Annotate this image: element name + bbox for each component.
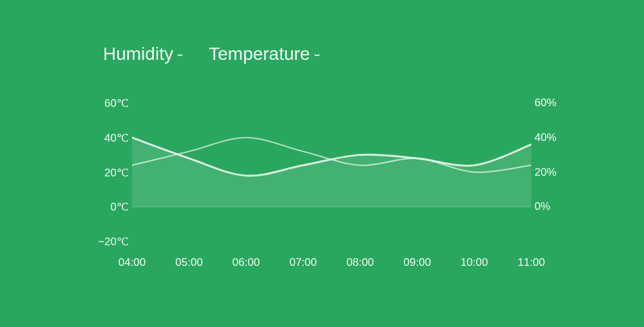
legend-temperature: Temperature - [209,44,320,64]
legend-humidity-value: - [177,44,183,64]
y-tick-left: −20℃ [98,235,129,248]
legend-temperature-value: - [314,44,319,64]
y-tick-left: 0℃ [111,200,129,214]
x-tick: 09:00 [404,256,431,269]
y-tick-right: 0% [535,200,551,213]
chart-legend: Humidity - Temperature - [103,44,320,64]
x-tick: 05:00 [175,256,203,269]
x-tick: 04:00 [118,256,146,269]
x-tick: 10:00 [460,256,488,269]
x-tick: 08:00 [346,256,374,269]
x-tick: 07:00 [289,256,317,269]
x-axis: 04:0005:0006:0007:0008:0009:0010:0011:00 [132,256,531,272]
legend-humidity-label: Humidity [103,44,173,64]
y-axis-left: 60℃40℃20℃0℃−20℃ [84,103,129,241]
y-axis-right: 60%40%20%0% [535,103,580,241]
y-tick-left: 60℃ [104,97,129,110]
legend-humidity: Humidity - [103,44,183,64]
chart-svg [132,103,531,241]
legend-temperature-label: Temperature [209,44,310,64]
y-tick-left: 40℃ [104,131,129,144]
chart-plot-area [132,103,531,241]
y-tick-right: 40% [535,131,556,144]
y-tick-left: 20℃ [104,165,129,179]
x-tick: 06:00 [232,256,260,269]
y-tick-right: 20% [535,166,556,179]
x-tick: 11:00 [518,256,545,269]
y-tick-right: 60% [535,97,556,109]
